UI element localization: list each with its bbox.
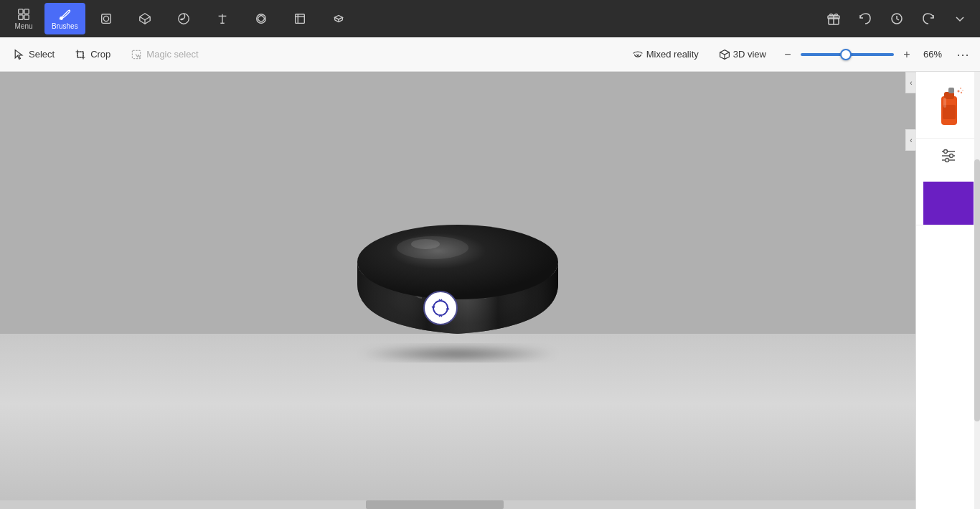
magic-select-tool: Magic select (123, 46, 205, 63)
crop-label: Crop (90, 49, 110, 60)
3d-view-toggle[interactable]: 3D view (712, 46, 773, 63)
zoom-percentage: 66% (920, 49, 946, 60)
zoom-minus-button[interactable]: − (779, 46, 796, 63)
settings-panel[interactable] (916, 139, 980, 173)
spray-can-icon[interactable] (930, 80, 967, 129)
menu-label: Menu (14, 22, 32, 30)
svg-rect-28 (948, 88, 954, 93)
mixed-reality-toggle[interactable]: Mixed reality (625, 46, 706, 63)
text-button[interactable] (204, 3, 240, 34)
sidebar-collapse-top[interactable]: ‹ (905, 72, 916, 93)
effects-button[interactable] (243, 3, 279, 34)
settings-icon (940, 147, 957, 164)
3d-shapes-button[interactable] (127, 3, 163, 34)
2d-shapes-button[interactable] (88, 3, 124, 34)
brushes-button[interactable]: Brushes (44, 3, 85, 34)
svg-point-33 (962, 90, 963, 91)
redo-button[interactable] (914, 4, 943, 33)
svg-point-4 (60, 17, 63, 19)
top-toolbar: Menu Brushes (0, 0, 980, 37)
svg-rect-3 (24, 14, 29, 19)
svg-rect-13 (295, 14, 304, 24)
toolbar-right (819, 4, 974, 33)
svg-point-38 (943, 150, 947, 154)
purple-color-swatch[interactable] (923, 182, 974, 225)
3d-view-label: 3D view (733, 49, 766, 60)
menu-button[interactable]: Menu (6, 3, 42, 34)
stickers-button[interactable] (166, 3, 202, 34)
magic-select-label: Magic select (146, 49, 198, 60)
3d-object-container (329, 162, 587, 377)
undo-button[interactable] (851, 4, 880, 33)
mixed-reality-label: Mixed reality (646, 49, 699, 60)
sidebar-collapse-mid[interactable]: ‹ (905, 129, 916, 151)
canvas-button[interactable] (282, 3, 318, 34)
svg-rect-1 (24, 9, 29, 13)
3d-library-button[interactable] (321, 3, 357, 34)
svg-point-31 (960, 88, 961, 89)
svg-rect-34 (943, 98, 946, 108)
svg-point-6 (103, 16, 108, 21)
canvas-area[interactable] (0, 72, 915, 509)
puck-top (357, 225, 558, 299)
main-area: ‹ (0, 72, 980, 509)
svg-point-39 (949, 154, 953, 158)
right-sidebar: ‹ (915, 72, 980, 509)
svg-point-40 (945, 159, 948, 162)
select-label: Select (29, 49, 55, 60)
gift-button[interactable] (819, 4, 848, 33)
zoom-slider-thumb[interactable] (840, 49, 852, 60)
zoom-plus-button[interactable]: + (898, 46, 915, 63)
svg-rect-23 (77, 52, 83, 57)
sidebar-scrollbar[interactable] (974, 72, 980, 509)
svg-rect-0 (19, 9, 23, 13)
select-tool[interactable]: Select (6, 46, 62, 63)
sidebar-scrollbar-thumb[interactable] (974, 159, 980, 421)
expand-button[interactable] (946, 4, 974, 33)
secondary-toolbar: Select Crop Magic select Mixed reality (0, 37, 980, 72)
rotation-cursor[interactable] (423, 291, 458, 325)
svg-rect-2 (19, 14, 23, 19)
zoom-control: − + 66% (779, 46, 946, 63)
zoom-slider[interactable] (801, 53, 894, 56)
color-swatch-panel[interactable] (916, 182, 980, 225)
horizontal-scrollbar[interactable] (0, 500, 915, 509)
svg-point-30 (957, 90, 959, 93)
rotation-icon (430, 298, 451, 318)
svg-rect-5 (101, 14, 110, 24)
puck-specular-spot (411, 239, 440, 249)
scrollbar-thumb[interactable] (366, 500, 503, 509)
svg-point-32 (960, 92, 961, 93)
crop-tool[interactable]: Crop (67, 46, 118, 63)
history-button[interactable] (882, 4, 911, 33)
more-options-button[interactable]: ⋯ (951, 43, 974, 66)
color-tool-panel[interactable] (916, 72, 980, 139)
3d-puck-svg (329, 162, 587, 363)
brushes-label: Brushes (52, 22, 78, 30)
puck-shadow (357, 345, 558, 363)
